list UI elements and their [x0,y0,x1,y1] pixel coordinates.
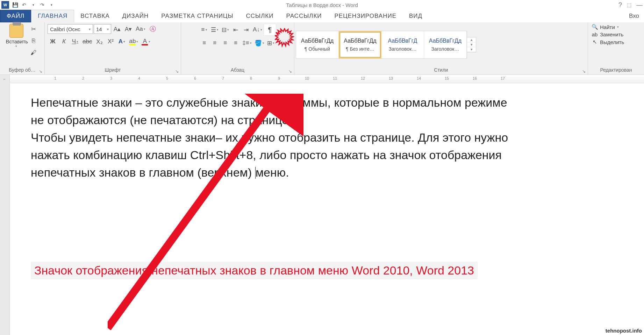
tab-review[interactable]: РЕЦЕНЗИРОВАНИЕ [328,10,403,22]
strikethrough-button[interactable]: abc [81,37,93,47]
paragraph-2: Чтобы увидеть непечатные знаки– их нужно… [31,129,513,181]
select-button[interactable]: ↖Выделить [592,39,624,45]
quick-access-toolbar: W 💾 ↶ ▾ ↷ ▾ Таблицы в Ворде.docx - Word … [0,0,644,10]
styles-expand[interactable]: ▾ [467,47,476,52]
format-painter-button[interactable]: 🖌 [29,48,38,58]
account-sign-in[interactable]: Вхо [624,10,644,22]
ruler: ⌐ 1234567891011121314151617 [0,75,644,83]
style-preview: АаБбВвГгДд [429,38,461,44]
ruler-mark: 3 [110,76,112,80]
style-name: ¶ Без инте… [346,46,374,52]
styles-scroll-up[interactable]: ▴ [467,37,476,42]
clear-formatting-button[interactable]: Ⓐ [148,24,158,34]
sort-button[interactable]: A↓ [252,25,263,35]
superscript-button[interactable]: X² [106,37,115,47]
show-hide-marks-button[interactable]: ¶ [264,24,276,36]
ruler-mark: 2 [82,76,84,80]
tab-references[interactable]: ССЫЛКИ [240,10,280,22]
line-spacing-button[interactable]: ‡≡ [241,38,252,48]
cut-button[interactable]: ✂ [29,24,38,34]
font-color-button[interactable]: A [141,37,151,47]
minimize-button[interactable]: — [636,1,643,9]
help-icon[interactable]: ? [618,1,622,9]
style-item-0[interactable]: АаБбВвГгДд¶ Обычный [296,31,339,58]
shrink-font-button[interactable]: A▾ [123,24,133,34]
document-page[interactable]: Непечатные знаки – это служебные знаки п… [10,83,644,335]
paragraph-1: Непечатные знаки – это служебные знаки п… [31,94,513,129]
group-clipboard: Вставить ▾ ✂ ⎘ 🖌 Буфер об…↘ [0,22,45,74]
styles-gallery[interactable]: АаБбВвГгДд¶ ОбычныйАаБбВвГгДд¶ Без инте…… [296,31,467,59]
undo-dropdown[interactable]: ▾ [29,1,38,9]
font-name-combo[interactable]: Calibri (Оснс [48,24,93,34]
find-button[interactable]: 🔍Найти ▾ [592,24,619,30]
paste-button[interactable]: Вставить ▾ [6,24,27,58]
ruler-mark: 1 [54,76,56,80]
change-case-button[interactable]: Aa [135,24,146,34]
tab-page-layout[interactable]: РАЗМЕТКА СТРАНИЦЫ [155,10,239,22]
multilevel-list-button[interactable]: ⊟ [220,25,230,35]
styles-scroll-down[interactable]: ▾ [467,42,476,47]
ruler-mark: 4 [138,76,140,80]
font-size-combo[interactable]: 14 [94,24,111,34]
borders-button[interactable]: ⊞ [266,38,276,48]
ruler-mark: 13 [389,76,393,80]
group-styles: АаБбВвГгДд¶ ОбычныйАаБбВвГгДд¶ Без инте…… [294,22,588,74]
vertical-ruler[interactable] [0,83,10,335]
ribbon-display-icon[interactable]: ⬚ [627,2,631,8]
save-button[interactable]: 💾 [10,1,20,9]
grow-font-button[interactable]: A▴ [112,24,122,34]
bold-button[interactable]: Ж [48,37,58,47]
qat-customize[interactable]: ▾ [47,1,56,9]
style-name: Заголовок… [431,46,459,52]
style-item-3[interactable]: АаБбВвГгДдЗаголовок… [424,31,467,58]
style-item-2[interactable]: АаБбВвГгДЗаголовок… [381,31,424,58]
ruler-mark: 12 [361,76,365,80]
group-styles-label: Стили [434,67,448,73]
align-right-button[interactable]: ≡ [220,38,230,48]
redo-button[interactable]: ↷ [38,1,47,9]
shading-button[interactable]: 🪣 [253,38,265,48]
underline-button[interactable]: Ч [70,37,80,47]
tab-design[interactable]: ДИЗАЙН [116,10,155,22]
paragraph-launcher[interactable]: ↘ [288,69,292,74]
clipboard-launcher[interactable]: ↘ [39,69,42,74]
replace-button[interactable]: abЗаменить [592,31,623,37]
window-title: Таблицы в Ворде.docx - Word [0,2,644,8]
tab-mailings[interactable]: РАССЫЛКИ [280,10,328,22]
ruler-mark: 6 [194,76,196,80]
text-effects-button[interactable]: A [117,37,127,47]
copy-button[interactable]: ⎘ [29,36,38,46]
subscript-button[interactable]: X₂ [94,37,104,47]
style-item-1[interactable]: АаБбВвГгДд¶ Без инте… [339,31,381,58]
undo-button[interactable]: ↶ [20,1,29,9]
ruler-mark: 10 [305,76,309,80]
tab-home[interactable]: ГЛАВНАЯ [31,10,74,22]
style-preview: АаБбВвГгДд [344,38,376,44]
align-left-button[interactable]: ≡ [199,38,209,48]
tab-view[interactable]: ВИД [403,10,429,22]
group-clipboard-label: Буфер об… [9,67,36,73]
style-preview: АаБбВвГгДд [301,38,334,44]
horizontal-ruler[interactable]: 1234567891011121314151617 [10,75,644,83]
font-launcher[interactable]: ↘ [175,69,179,74]
numbering-button[interactable]: ☰ [210,25,220,35]
increase-indent-button[interactable]: ⇥ [241,25,251,35]
find-icon: 🔍 [592,24,598,30]
align-center-button[interactable]: ≡ [210,38,220,48]
group-paragraph-label: Абзац [231,67,244,73]
style-preview: АаБбВвГгД [388,38,417,44]
italic-button[interactable]: К [59,37,69,47]
styles-launcher[interactable]: ↘ [582,69,586,74]
highlight-color-button[interactable]: ab [128,37,139,47]
group-editing-label: Редактирован [600,67,632,73]
ruler-mark: 11 [333,76,337,80]
tab-file[interactable]: ФАЙЛ [0,10,31,22]
decrease-indent-button[interactable]: ⇤ [231,25,241,35]
group-editing: 🔍Найти ▾ abЗаменить ↖Выделить Редактиров… [588,22,644,74]
group-font: Calibri (Оснс 14 A▴ A▾ Aa Ⓐ Ж К Ч abc X₂… [45,22,181,74]
ruler-mark: 9 [278,76,280,80]
tab-insert[interactable]: ВСТАВКА [74,10,116,22]
bullets-button[interactable]: ≡ [199,25,209,35]
justify-button[interactable]: ≡ [231,38,241,48]
document-area: Непечатные знаки – это служебные знаки п… [0,83,644,335]
